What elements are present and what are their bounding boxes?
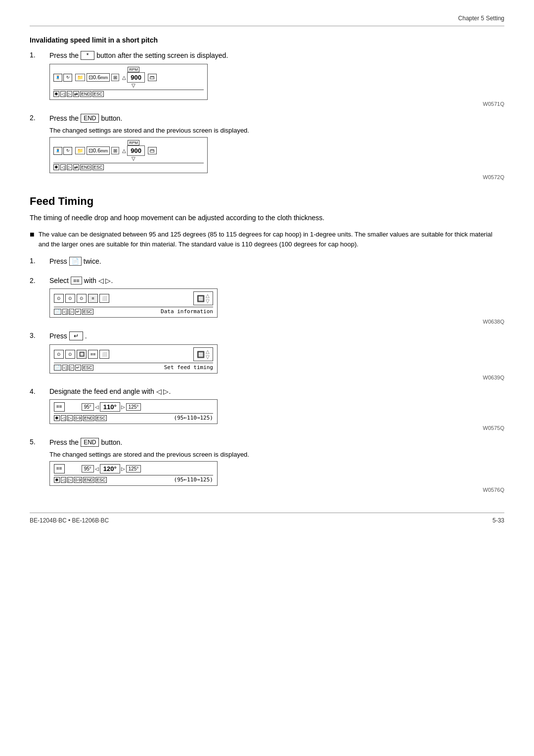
final-top-row: ≡≡ 95° ◁ 120° ▷ 125° [54, 464, 213, 473]
bar2-rt: ▷ [67, 164, 72, 170]
ft-step-5: 5. Press the END button. The changed set… [30, 438, 504, 493]
f-bar-end: END [83, 477, 94, 483]
ft-step-3: 3. Press ↵ . ⊙ ⊙ 🔲 ≡≡ ⬜ 🔲 [30, 331, 504, 380]
screen2-rpm: RPM △ 900 ▽ [122, 140, 145, 161]
angle-bar: ✱ ◁ ▷ 0-9 END ESC (95←110→125) [54, 413, 213, 421]
screen2-icons-left: 🧵 ↻ [53, 147, 72, 155]
ft-step-4-num: 4. [30, 387, 49, 395]
wcode-ft5: W0576Q [49, 487, 504, 493]
ft-icon-1: ⊙ [54, 294, 64, 303]
ft-step-5-content: Press the END button. The changed settin… [49, 438, 504, 493]
ft-step-4: 4. Designate the feed end angle with ◁ ▷… [30, 387, 504, 431]
ft-step3-pre: Press [49, 332, 67, 340]
chapter-label: Chapter 5 Setting [458, 15, 504, 22]
ft-step-3-text: Press ↵ . [49, 331, 504, 340]
feed-timing-title: Feed Timing [30, 195, 504, 208]
a-bar-rt: ▷ [67, 415, 73, 421]
screen-w0576: ≡≡ 95° ◁ 120° ▷ 125° ✱ ◁ ▷ 0-9 END ESC [49, 461, 218, 486]
screen2-arrow-up: △ [122, 148, 126, 153]
angle-main-val: 110° [100, 402, 120, 412]
ft-data-label: Data information [161, 308, 213, 315]
bar-esc: ESC [92, 91, 104, 97]
screen-icons-left: 🧵 ↻ [53, 74, 72, 82]
screen2-rpm-label: RPM [128, 140, 139, 145]
ft-bar-doc: 📄 [54, 309, 61, 315]
step2-pre-text: Press the [49, 114, 79, 122]
ft3-bar-rt: ▷ [69, 365, 74, 371]
step-2-text-row: Press the END button. [49, 114, 504, 123]
ft3-bar-esc: ESC [82, 365, 93, 371]
ft-step1-post: twice. [84, 257, 101, 265]
ft-step5-sub: The changed settings are stored and the … [49, 451, 504, 458]
f-bar-09: 0-9 [74, 477, 82, 483]
ft-step-1: 1. Press 📄 twice. [30, 257, 504, 270]
ft-step1-pre: Press [49, 257, 67, 265]
a-bar-esc: ESC [95, 415, 107, 421]
star-button: * [81, 51, 94, 60]
angle-value-group: 95° ◁ 110° ▷ 125° [82, 402, 141, 412]
wcode-ft2: W0638Q [49, 319, 504, 325]
ft-step1-icon: 📄 [69, 257, 82, 266]
bullet-text: The value can be designated between 95 a… [39, 230, 504, 249]
tri-left-1: ◁ [95, 404, 99, 410]
step-2-sub: The changed settings are stored and the … [49, 127, 504, 134]
ft-step2-post: with ◁ ▷. [84, 277, 113, 284]
angle-range-label: (95←110→125) [174, 415, 213, 421]
ft3-icon-4: ≡≡ [88, 350, 98, 359]
tri-left-2: ◁ [95, 466, 99, 472]
screen-w0571: 🧵 ↻ 📁 ⊡0.6mm ⊞ RPM △ 900 ▽ [49, 64, 208, 100]
screen2-mem: 🗃 [148, 147, 157, 154]
final-right-val: 125° [126, 465, 141, 472]
ft-icon-4-selected: ≡ [88, 294, 98, 303]
icon-arrow-circle: ↻ [63, 74, 72, 82]
ft-step-1-num: 1. [30, 257, 49, 265]
screen2-needle: ⊞ [111, 147, 119, 154]
icon2-arrow: ↻ [63, 147, 72, 155]
tri-right-1: ▷ [121, 404, 125, 410]
bar2-star: ✱ [53, 164, 59, 170]
ft3-icon-2: ⊙ [65, 350, 75, 359]
bar2-end: END [80, 164, 91, 170]
a-bar-lt: ◁ [61, 415, 66, 421]
screen-memory-icon: 🗃 [148, 74, 157, 81]
footer-model: BE-1204B·BC • BE-1206B·BC [30, 517, 109, 524]
screen-needle-icon: ⊞ [111, 74, 119, 81]
feed-timing-section: Feed Timing The timing of needle drop an… [30, 195, 504, 493]
screen2-top-row: 🧵 ↻ 📁 ⊡0.6mm ⊞ RPM △ 900 ▽ [53, 140, 204, 161]
bar2-lt: ◁ [60, 164, 66, 170]
ft-bar-enter: ↵ [75, 309, 81, 315]
end-button-2: END [81, 438, 99, 447]
ft3-icon-5: ⬜ [99, 350, 109, 359]
page-header: Chapter 5 Setting [30, 15, 504, 22]
wcode-1: W0571Q [49, 101, 504, 107]
screen2-mid: 📁 ⊡0.6mm ⊞ [75, 146, 119, 155]
rpm-label: RPM [128, 67, 139, 72]
ft-step3-dot: . [85, 332, 87, 340]
ft-icons-row: ⊙ ⊙ ⊙ ≡ ⬜ [54, 294, 109, 303]
step-1-number: 1. [30, 51, 49, 59]
footer-page: 5-33 [492, 517, 504, 524]
angle-top-row: ≡≡ 95° ◁ 110° ▷ 125° [54, 402, 213, 412]
screen-mm-value: ⊡0.6mm [87, 73, 110, 82]
ft3-icons-row: ⊙ ⊙ 🔲 ≡≡ ⬜ [54, 350, 109, 359]
section-title: Invalidating speed limit in a short pitc… [30, 36, 504, 44]
wcode-ft4: W0575Q [49, 425, 504, 431]
bar-lt: ◁ [60, 91, 66, 97]
a-bar-star: ✱ [54, 415, 60, 421]
final-icon-pattern: ≡≡ [54, 464, 65, 473]
ft-step-3-content: Press ↵ . ⊙ ⊙ 🔲 ≡≡ ⬜ 🔲 [49, 331, 504, 380]
feed-timing-intro: The timing of needle drop and hoop movem… [30, 214, 504, 222]
wcode-2: W0572Q [49, 174, 504, 180]
bullet-symbol: ■ [30, 230, 35, 239]
ft-step5-pre: Press the [49, 438, 79, 446]
wcode-ft3: W0639Q [49, 375, 504, 380]
ft-step-2-text: Select ≡≡ with ◁ ▷. [49, 277, 504, 284]
ft-bar-lt: ◁ [62, 309, 68, 315]
ft-step-2-content: Select ≡≡ with ◁ ▷. ⊙ ⊙ ⊙ ≡ ⬜ 🔲 [49, 277, 504, 325]
angle-left-val: 95° [82, 403, 94, 411]
ft-step5-post: button. [101, 438, 122, 446]
step1-post-text: button after the setting screen is displ… [96, 51, 228, 59]
screen-w0575: ≡≡ 95° ◁ 110° ▷ 125° ✱ ◁ ▷ 0-9 END ESC [49, 399, 218, 424]
ft3-box-num: 🔲 [197, 351, 205, 358]
tri-right-2: ▷ [121, 466, 125, 472]
